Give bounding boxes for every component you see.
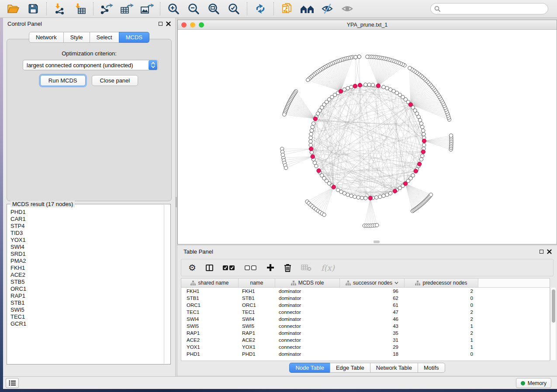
zoom-in-icon[interactable]	[166, 2, 181, 16]
ring-node[interactable]	[343, 192, 346, 195]
zoom-selected-icon[interactable]	[226, 2, 242, 16]
hide-selected-eye-icon[interactable]	[319, 2, 335, 16]
float-table-panel-icon[interactable]	[540, 250, 543, 254]
close-table-panel-icon[interactable]	[547, 249, 552, 254]
zoom-fit-icon[interactable]	[206, 2, 221, 16]
table-row[interactable]: ACE2 ACE2 connector 31 1	[181, 337, 550, 344]
save-session-icon[interactable]	[25, 2, 41, 16]
delete-table-icon[interactable]	[301, 264, 311, 271]
deselect-all-icon[interactable]	[245, 265, 257, 271]
ring-node[interactable]	[385, 86, 389, 90]
ring-node[interactable]	[411, 174, 415, 177]
mcds-result-item[interactable]: SRD1	[8, 251, 163, 258]
search-field[interactable]	[430, 3, 548, 14]
ring-node[interactable]	[367, 83, 371, 86]
ring-node[interactable]	[421, 125, 424, 129]
mcds-result-item[interactable]: STB5	[8, 279, 163, 285]
leaf-node[interactable]	[429, 193, 432, 196]
mcds-node[interactable]	[422, 139, 426, 143]
mcds-node[interactable]	[414, 169, 418, 173]
ring-node[interactable]	[346, 86, 349, 90]
tab-mcds[interactable]: MCDS	[119, 32, 149, 43]
ring-node[interactable]	[309, 143, 312, 147]
memory-button[interactable]: Memory	[516, 378, 551, 388]
ring-node[interactable]	[349, 194, 353, 197]
ring-node[interactable]	[421, 154, 424, 158]
table-settings-gear-icon[interactable]: ⚙	[188, 263, 196, 272]
ring-node[interactable]	[382, 85, 385, 89]
home-network-icon[interactable]	[299, 2, 315, 16]
mcds-node[interactable]	[332, 185, 336, 189]
mcds-result-item[interactable]: PHD1	[8, 209, 163, 216]
mcds-node[interactable]	[376, 84, 380, 88]
ring-node[interactable]	[311, 122, 315, 125]
table-row[interactable]: TEC1 TEC1 connector 47 2	[181, 309, 550, 316]
add-row-icon[interactable]	[266, 264, 274, 272]
table-scrollbar[interactable]	[550, 288, 556, 360]
ring-node[interactable]	[343, 88, 346, 91]
ring-node[interactable]	[388, 88, 392, 91]
table-row[interactable]: PHD1 PHD1 dominator 18 0	[181, 351, 550, 358]
tab-network[interactable]: Network	[29, 32, 64, 43]
ring-node[interactable]	[360, 196, 363, 199]
leaf-node[interactable]	[375, 224, 379, 227]
mcds-result-item[interactable]: ACE2	[8, 272, 163, 279]
column-header-shared-name[interactable]: shared name	[181, 279, 239, 287]
close-panel-button[interactable]: Close panel	[92, 75, 138, 86]
tab-network-table[interactable]: Network Table	[370, 363, 418, 373]
leaf-node[interactable]	[357, 55, 361, 58]
leaf-node[interactable]	[366, 55, 369, 58]
leaf-node[interactable]	[449, 134, 453, 137]
mcds-node[interactable]	[339, 89, 343, 93]
network-canvas[interactable]	[178, 30, 557, 244]
mcds-node[interactable]	[311, 155, 315, 158]
float-panel-icon[interactable]	[159, 22, 163, 26]
function-builder-icon[interactable]: f(x)	[321, 263, 335, 272]
tab-style[interactable]: Style	[63, 32, 90, 43]
mcds-node[interactable]	[309, 147, 313, 151]
show-columns-icon[interactable]	[206, 265, 213, 271]
table-row[interactable]: STB1 STB1 dominator 62 0	[181, 295, 550, 302]
mcds-result-item[interactable]: ORC1	[8, 285, 163, 292]
search-input[interactable]	[443, 6, 544, 12]
criterion-dropdown[interactable]: largest connected component (undirected)	[23, 60, 158, 70]
ring-node[interactable]	[364, 83, 367, 86]
leaf-node[interactable]	[284, 166, 287, 169]
clone-network-icon[interactable]	[279, 2, 295, 16]
tab-edge-table[interactable]: Edge Table	[330, 363, 370, 373]
result-list-scrollbar[interactable]	[164, 205, 170, 364]
mcds-result-item[interactable]: STB1	[8, 299, 163, 306]
mcds-node[interactable]	[368, 196, 372, 200]
ring-node[interactable]	[419, 122, 423, 125]
mcds-node[interactable]	[418, 162, 422, 166]
table-row[interactable]: ORC1 ORC1 dominator 61 0	[181, 302, 550, 309]
mcds-node[interactable]	[353, 84, 357, 88]
import-table-icon[interactable]	[72, 2, 88, 16]
zoom-out-icon[interactable]	[186, 2, 201, 16]
ring-node[interactable]	[349, 85, 353, 89]
leaf-node[interactable]	[322, 213, 326, 217]
table-row[interactable]: SWI5 SWI5 connector 43 1	[181, 323, 550, 330]
ring-node[interactable]	[422, 143, 426, 147]
table-row[interactable]: YOX1 YOX1 connector 29 1	[181, 344, 550, 351]
leaf-node[interactable]	[408, 66, 412, 70]
apply-layout-icon[interactable]	[253, 2, 268, 16]
tab-motifs[interactable]: Motifs	[418, 363, 445, 373]
run-mcds-button[interactable]: Run MCDS	[40, 75, 86, 86]
tab-select[interactable]: Select	[90, 32, 119, 43]
mcds-result-item[interactable]: RAP1	[8, 292, 163, 299]
export-table-icon[interactable]	[119, 2, 135, 16]
ring-node[interactable]	[388, 192, 392, 195]
ring-node[interactable]	[309, 132, 313, 136]
task-history-button[interactable]	[6, 378, 19, 388]
mcds-result-item[interactable]: PMA2	[8, 258, 163, 265]
ring-node[interactable]	[371, 83, 374, 86]
mcds-result-item[interactable]: FKH1	[8, 265, 163, 272]
ring-node[interactable]	[385, 193, 389, 196]
ring-node[interactable]	[378, 195, 382, 199]
mcds-node[interactable]	[358, 83, 362, 87]
ring-node[interactable]	[375, 196, 378, 199]
leaf-node[interactable]	[354, 55, 357, 59]
ring-node[interactable]	[309, 136, 312, 140]
select-all-icon[interactable]	[223, 265, 235, 271]
